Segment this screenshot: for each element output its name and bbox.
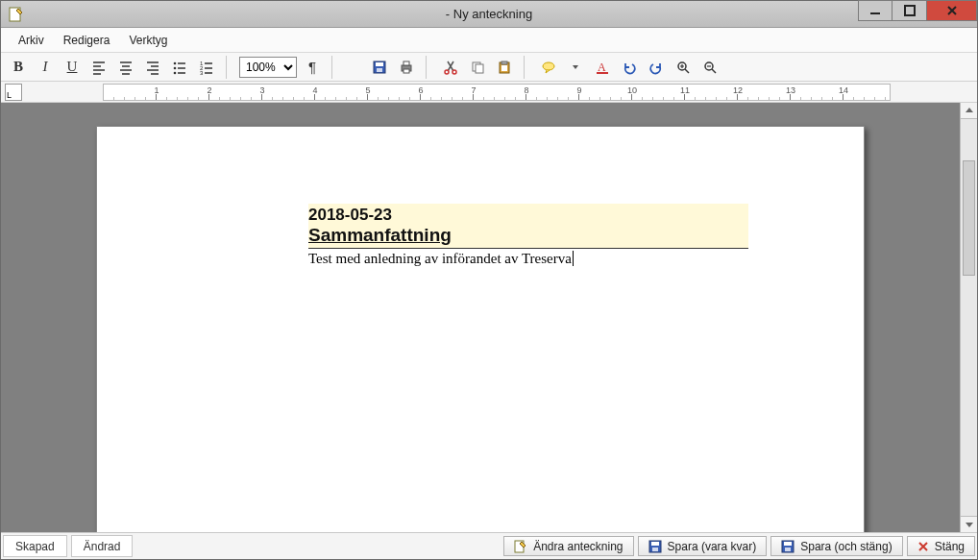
phrases-button[interactable]: [537, 56, 560, 79]
save-icon: [781, 540, 795, 553]
tab-type-button[interactable]: L: [5, 84, 22, 101]
font-color-button[interactable]: A: [591, 56, 614, 79]
svg-rect-30: [652, 548, 658, 551]
vertical-scrollbar[interactable]: [960, 103, 977, 532]
text-cursor: [573, 251, 574, 266]
toolbar-separator: [331, 56, 337, 79]
svg-text:A: A: [598, 61, 606, 74]
button-label: Stäng: [935, 540, 965, 553]
ruler-num: 7: [471, 85, 476, 95]
svg-rect-1: [870, 12, 880, 14]
ruler-num: 14: [839, 85, 848, 95]
scroll-up-button[interactable]: [960, 103, 977, 119]
phrases-dropdown-button[interactable]: [564, 56, 587, 79]
spara-vara-kvar-button[interactable]: Spara (vara kvar): [638, 536, 768, 556]
zoom-select[interactable]: 100%: [239, 57, 297, 78]
menu-redigera[interactable]: Redigera: [54, 30, 120, 51]
copy-button[interactable]: [466, 56, 489, 79]
align-center-button[interactable]: [114, 56, 137, 79]
horizontal-ruler[interactable]: 1 2 3 4 5 6 7 8 9 10 11 12 13 14 15: [103, 84, 891, 101]
toolbar-separator: [426, 56, 431, 79]
zoom-in-button[interactable]: [672, 56, 695, 79]
edit-icon: [514, 540, 527, 553]
status-andrad: Ändrad: [71, 535, 134, 557]
spara-och-stang-button[interactable]: Spara (och stäng): [770, 536, 902, 556]
menu-arkiv[interactable]: Arkiv: [9, 30, 54, 51]
print-button[interactable]: [395, 56, 418, 79]
redo-button[interactable]: [645, 56, 668, 79]
pilcrow-button[interactable]: ¶: [301, 56, 324, 79]
cut-button[interactable]: [439, 56, 462, 79]
stang-button[interactable]: Stäng: [907, 536, 975, 556]
svg-rect-29: [651, 542, 659, 546]
ruler-num: 9: [576, 85, 581, 95]
status-skapad: Skapad: [3, 535, 67, 557]
button-label: Ändra anteckning: [533, 540, 623, 553]
minimize-button[interactable]: [858, 0, 892, 21]
window-title: - Ny anteckning: [1, 7, 977, 21]
ruler-num: 5: [365, 85, 370, 95]
app-window: - Ny anteckning Arkiv Redigera Verktyg B…: [0, 0, 978, 560]
svg-rect-32: [784, 542, 792, 546]
underline-button[interactable]: U: [61, 56, 84, 79]
italic-button[interactable]: I: [34, 56, 57, 79]
paste-button[interactable]: [493, 56, 516, 79]
save-icon-button[interactable]: [368, 56, 391, 79]
align-right-button[interactable]: [141, 56, 164, 79]
formatting-toolbar: B I U 123 100% ¶ A: [1, 53, 977, 82]
ruler-num: 2: [207, 85, 211, 95]
ruler-num: 1: [154, 85, 159, 95]
svg-rect-24: [597, 72, 608, 74]
ruler-num: 11: [680, 85, 690, 95]
body-text-span: Test med anledning av införandet av Tres…: [308, 251, 572, 266]
svg-rect-10: [376, 62, 383, 66]
ruler-num: 3: [259, 85, 264, 95]
app-icon: [7, 5, 26, 24]
svg-rect-18: [476, 64, 483, 73]
title-bar: - Ny anteckning: [1, 1, 977, 28]
svg-rect-13: [403, 61, 409, 65]
svg-rect-20: [501, 61, 507, 64]
zoom-out-button[interactable]: [698, 56, 721, 79]
ruler-num: 12: [733, 85, 743, 95]
svg-rect-11: [377, 68, 382, 72]
bold-button[interactable]: B: [7, 56, 30, 79]
undo-button[interactable]: [618, 56, 641, 79]
scroll-down-button[interactable]: [960, 516, 977, 532]
svg-rect-14: [403, 69, 409, 73]
svg-rect-2: [905, 6, 915, 15]
svg-point-22: [543, 62, 554, 70]
ruler-num: 6: [418, 85, 423, 95]
ruler-row: L 1 2 3 4 5 6 7 8 9 10 11 12 13 14 15: [1, 82, 977, 103]
close-x-icon: [917, 541, 929, 552]
button-label: Spara (och stäng): [800, 540, 892, 553]
document-body-text[interactable]: Test med anledning av införandet av Tres…: [308, 249, 748, 267]
svg-point-16: [452, 70, 456, 74]
svg-point-4: [174, 66, 177, 69]
close-button[interactable]: [927, 0, 977, 21]
maximize-button[interactable]: [892, 0, 927, 21]
document-date: 2018-05-23: [308, 206, 745, 225]
document-viewport[interactable]: 2018-05-23 Sammanfattning Test med anled…: [1, 103, 960, 532]
document-heading: Sammanfattning: [308, 225, 745, 246]
svg-rect-21: [501, 65, 507, 71]
numbered-list-button[interactable]: 123: [195, 56, 218, 79]
highlighted-header-block: 2018-05-23 Sammanfattning: [308, 204, 748, 249]
andra-anteckning-button[interactable]: Ändra anteckning: [503, 536, 633, 556]
save-icon: [648, 540, 662, 553]
ruler-num: 13: [786, 85, 795, 95]
workspace: 2018-05-23 Sammanfattning Test med anled…: [1, 103, 977, 532]
svg-rect-33: [785, 548, 791, 551]
menu-bar: Arkiv Redigera Verktyg: [1, 28, 977, 53]
align-left-button[interactable]: [87, 56, 110, 79]
svg-point-15: [445, 70, 449, 74]
toolbar-separator: [226, 56, 232, 79]
status-bar: Skapad Ändrad Ändra anteckning Spara (va…: [1, 532, 977, 559]
menu-verktyg[interactable]: Verktyg: [119, 30, 177, 51]
document-page[interactable]: 2018-05-23 Sammanfattning Test med anled…: [96, 126, 865, 532]
svg-point-3: [174, 61, 177, 64]
toolbar-separator: [524, 56, 529, 79]
status-spacer: [134, 533, 501, 559]
bullet-list-button[interactable]: [168, 56, 191, 79]
scroll-thumb[interactable]: [963, 160, 975, 276]
